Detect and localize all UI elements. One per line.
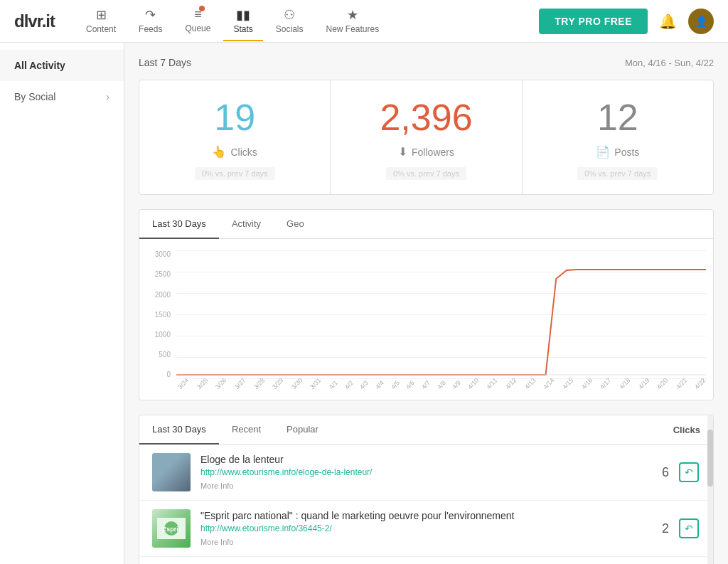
content-icon: ⊞ [96,7,107,23]
thumb-image-2: Esprit [152,509,191,548]
stats-icon: ▮▮ [236,7,250,23]
share-icon-1[interactable]: ↶ [679,462,699,482]
activity-header: Last 30 Days Recent Popular Clicks [139,415,713,445]
chevron-right-icon: › [106,91,109,102]
stat-card-clicks: 19 👆 Clicks 0% vs. prev 7 days [139,80,331,194]
y-label-3000: 3000 [155,250,171,258]
activity-share-1[interactable]: ↶ [679,462,700,482]
nav-content[interactable]: ⊞ Content [76,1,126,41]
activity-section: Last 30 Days Recent Popular Clicks Eloge… [139,415,714,564]
nav-socials[interactable]: ⚇ Socials [266,1,314,41]
y-label-2500: 2500 [155,270,171,278]
avatar[interactable]: 👤 [688,9,714,34]
nav-feeds-label: Feeds [139,24,162,34]
new-features-icon: ★ [347,7,358,23]
followers-label: ⬇ Followers [345,145,507,159]
scrollbar-track [707,415,713,564]
nav-queue[interactable]: ≡ Queue [175,1,220,41]
y-axis: 3000 2500 2000 1500 1000 500 0 [146,250,175,378]
nav-items: ⊞ Content ↷ Feeds ≡ Queue ▮▮ Stats ⚇ Soc… [76,1,539,41]
followers-compare: 0% vs. prev 7 days [386,167,466,180]
list-item: Eloge de la lenteur http://www.etourisme… [139,445,713,501]
stats-cards: 19 👆 Clicks 0% vs. prev 7 days 2,396 ⬇ F… [139,80,714,195]
activity-tab-recent[interactable]: Recent [219,415,274,445]
period-label: Last 7 Days [139,57,191,68]
posts-icon: 📄 [596,145,610,159]
feeds-icon: ↷ [145,7,156,23]
activity-title-2: "Esprit parc national" : quand le market… [200,510,638,521]
activity-info-2: "Esprit parc national" : quand le market… [200,510,638,547]
activity-more-2[interactable]: More Info [200,538,233,546]
chart-tab-activity[interactable]: Activity [219,210,274,239]
y-label-1500: 1500 [155,311,171,319]
chart-section: Last 30 Days Activity Geo 3000 2500 2000… [139,209,714,400]
x-label: 4/4 [374,379,385,390]
y-label-1000: 1000 [155,331,171,339]
clicks-icon: 👆 [212,145,226,159]
clicks-label: 👆 Clicks [154,145,316,159]
nav-queue-label: Queue [185,23,210,33]
activity-url-2[interactable]: http://www.etourisme.info/36445-2/ [200,523,638,533]
followers-icon: ⬇ [398,145,407,159]
activity-thumb-2: Esprit [152,509,191,548]
list-item: Esprit "Esprit parc national" : quand le… [139,501,713,557]
bell-icon[interactable]: 🔔 [659,13,677,30]
x-label: 4/3 [358,379,370,390]
y-label-500: 500 [159,351,171,358]
nav-new-features-label: New Features [326,24,380,34]
app-logo: dlvr.it [14,11,55,31]
activity-tabs: Last 30 Days Recent Popular [139,415,331,444]
nav-new-features[interactable]: ★ New Features [316,1,390,41]
nav-content-label: Content [86,24,116,34]
try-pro-button[interactable]: TRY PRO FREE [539,9,648,34]
clicks-value: 19 [154,97,316,138]
chart-tabs-bar: Last 30 Days Activity Geo [139,210,713,239]
x-label: 4/7 [420,379,432,390]
main-content: Last 7 Days Mon, 4/16 - Sun, 4/22 19 👆 C… [124,43,728,564]
x-label: 4/9 [451,379,462,390]
x-label: 4/1 [328,379,339,390]
activity-more-1[interactable]: More Info [200,481,233,490]
y-label-0: 0 [166,371,171,378]
activity-info-1: Eloge de la lenteur http://www.etourisme… [200,454,638,491]
share-icon-2[interactable]: ↶ [679,518,699,538]
x-axis: 3/24 3/25 3/26 3/27 3/28 3/29 3/30 3/31 … [176,380,706,393]
activity-share-2[interactable]: ↶ [679,518,700,538]
sidebar-item-all-activity[interactable]: All Activity [0,50,124,81]
date-range-header: Last 7 Days Mon, 4/16 - Sun, 4/22 [139,57,714,68]
activity-clicks-2: 2 [648,521,669,536]
scrollbar-thumb[interactable] [707,430,713,486]
clicks-column-header: Clicks [660,416,713,444]
chart-container: 3000 2500 2000 1500 1000 500 0 [139,239,713,400]
activity-tab-last30days[interactable]: Last 30 Days [139,415,219,445]
chart-area: 3000 2500 2000 1500 1000 500 0 [146,250,706,393]
activity-tab-popular[interactable]: Popular [274,415,331,445]
nav-socials-label: Socials [276,24,304,34]
stat-card-followers: 2,396 ⬇ Followers 0% vs. prev 7 days [331,80,522,194]
sidebar: All Activity By Social › [0,43,124,564]
queue-icon: ≡ [194,7,202,22]
nav-right: TRY PRO FREE 🔔 👤 [539,9,714,34]
sidebar-by-social-label: By Social [14,91,55,102]
chart-tab-last30days[interactable]: Last 30 Days [139,210,219,239]
posts-value: 12 [537,97,699,138]
layout: All Activity By Social › Last 7 Days Mon… [0,43,728,564]
nav-feeds[interactable]: ↷ Feeds [129,1,172,41]
x-label: 4/2 [343,379,355,390]
followers-value: 2,396 [345,97,507,138]
socials-icon: ⚇ [284,7,295,23]
top-nav: dlvr.it ⊞ Content ↷ Feeds ≡ Queue ▮▮ Sta… [0,0,728,43]
svg-text:Esprit: Esprit [162,526,181,533]
chart-inner [176,250,706,378]
avatar-initials: 👤 [695,16,707,27]
sidebar-all-activity-label: All Activity [14,60,65,71]
activity-url-1[interactable]: http://www.etourisme.info/eloge-de-la-le… [200,467,638,477]
chart-svg [176,250,706,378]
nav-stats[interactable]: ▮▮ Stats [223,1,262,41]
activity-thumb-1 [152,453,191,491]
sidebar-item-by-social[interactable]: By Social › [0,81,124,112]
activity-clicks-1: 6 [648,465,669,480]
chart-tab-geo[interactable]: Geo [274,210,317,239]
list-item: 🖼 More Info 11 ↶ [139,557,713,564]
x-label: 4/8 [436,379,447,390]
